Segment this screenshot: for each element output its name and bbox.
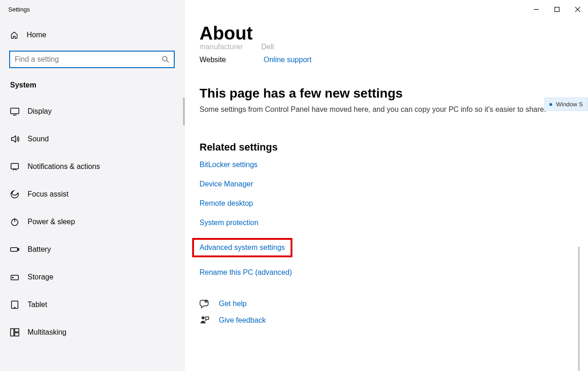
search-box[interactable] [9,51,175,68]
svg-point-22 [201,316,205,319]
toast-dot-icon [549,103,552,106]
sidebar-item-tablet[interactable]: Tablet [0,291,185,319]
sidebar-item-label: Focus assist [28,190,69,198]
sidebar-home[interactable]: Home [0,22,185,48]
svg-point-4 [163,57,167,61]
related-settings-heading: Related settings [200,141,570,153]
link-system-protection[interactable]: System protection [200,219,258,227]
window-title: Settings [8,6,30,13]
online-support-link[interactable]: Online support [264,56,312,64]
power-icon [10,217,19,226]
sidebar-section-label: System [0,68,185,98]
content-pane: About manufacturer Dell Website Online s… [185,18,588,371]
related-links: BitLocker settings Device Manager Remote… [200,161,570,277]
search-icon [162,56,169,63]
link-remote-desktop[interactable]: Remote desktop [200,199,253,208]
sidebar-item-power-sleep[interactable]: Power & sleep [0,208,185,236]
svg-rect-8 [11,163,18,169]
website-label: Website [200,56,226,64]
sidebar-item-label: Multitasking [28,328,66,336]
link-device-manager[interactable]: Device Manager [200,180,253,188]
give-feedback-row: Give feedback [200,315,570,325]
sidebar-item-notifications[interactable]: Notifications & actions [0,153,185,180]
svg-rect-17 [11,329,14,336]
svg-rect-19 [15,333,19,336]
get-help-link[interactable]: Get help [219,300,246,308]
sidebar-item-sound[interactable]: Sound [0,125,185,153]
sidebar-item-label: Power & sleep [28,218,75,226]
website-row: Website Online support [200,56,570,64]
title-bar: Settings [0,0,588,18]
link-rename-pc[interactable]: Rename this PC (advanced) [200,268,292,277]
maximize-button[interactable] [547,2,567,16]
sidebar-item-label: Sound [28,135,49,143]
sidebar-item-storage[interactable]: Storage [0,263,185,291]
display-icon [10,107,19,116]
highlight-box: Advanced system settings [192,238,292,257]
svg-rect-1 [555,7,559,12]
notifications-icon [10,162,19,171]
close-button[interactable] [567,2,588,16]
minimize-button[interactable] [526,2,547,16]
sidebar-item-label: Notifications & actions [28,162,100,171]
sidebar-home-label: Home [27,31,46,39]
feedback-icon [200,315,210,325]
sidebar: Home System Display Sound Notifications … [0,18,185,371]
search-input[interactable] [15,55,162,64]
sound-icon [10,134,19,144]
help-icon: ? [200,299,210,309]
sidebar-item-focus-assist[interactable]: Focus assist [0,180,185,208]
svg-line-5 [167,61,169,63]
sidebar-item-label: Battery [28,245,51,254]
cutoff-label: manufacturer [200,43,243,51]
get-help-row: ? Get help [200,299,570,309]
svg-rect-11 [11,248,17,251]
window-controls [526,2,588,16]
svg-rect-6 [11,108,19,114]
svg-text:?: ? [206,301,207,303]
link-bitlocker[interactable]: BitLocker settings [200,161,257,169]
toast-notification[interactable]: Window S [544,98,588,111]
sidebar-item-label: Display [28,107,51,116]
cutoff-value: Dell [261,43,274,51]
sidebar-item-display[interactable]: Display [0,98,185,125]
sidebar-item-multitasking[interactable]: Multitasking [0,319,185,346]
toast-text: Window S [556,101,583,108]
storage-icon [10,272,19,282]
sidebar-item-label: Storage [28,273,53,281]
new-settings-text: Some settings from Control Panel have mo… [200,105,570,114]
battery-icon [10,245,19,254]
page-title: About [200,23,570,44]
svg-rect-18 [15,329,19,332]
new-settings-heading: This page has a few new settings [200,86,570,101]
focus-assist-icon [10,190,19,199]
cutoff-info-row: manufacturer Dell [200,43,570,51]
home-icon [10,31,18,39]
multitasking-icon [10,328,19,337]
link-advanced-system-settings[interactable]: Advanced system settings [200,243,285,251]
tablet-icon [10,300,19,309]
scrollbar[interactable] [578,247,580,371]
give-feedback-link[interactable]: Give feedback [219,316,266,325]
sidebar-item-battery[interactable]: Battery [0,236,185,263]
svg-point-14 [12,277,13,278]
svg-rect-12 [18,249,19,250]
sidebar-item-label: Tablet [28,301,47,309]
